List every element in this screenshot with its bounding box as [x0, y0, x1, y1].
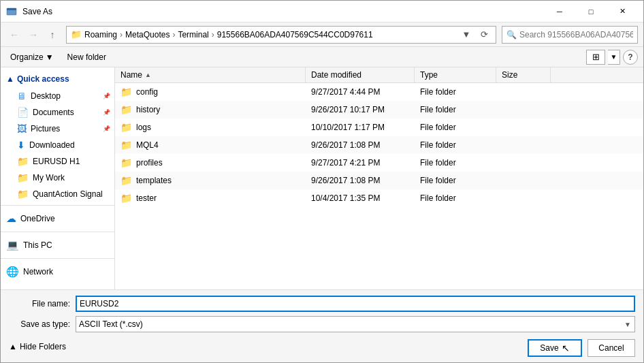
sidebar: ▲ Quick access 🖥Desktop📌📄Documents📌🖼Pict…: [1, 67, 115, 289]
file-name-cell: 📁logs: [115, 120, 306, 135]
address-dropdown-button[interactable]: ▼: [459, 27, 474, 42]
onedrive-label: OneDrive: [20, 214, 55, 223]
col-header-name[interactable]: Name ▲: [115, 67, 306, 82]
table-row[interactable]: 📁history9/26/2017 10:17 PMFile folder: [115, 101, 643, 119]
sidebar-item-quantaction-signal[interactable]: 📁QuantAction Signal: [1, 186, 114, 202]
organize-button[interactable]: Organize ▼: [6, 50, 58, 65]
folder-icon: 📁: [120, 86, 132, 97]
table-row[interactable]: 📁logs10/10/2017 1:17 PMFile folder: [115, 119, 643, 136]
col-header-size[interactable]: Size: [496, 67, 551, 82]
file-type-cell: File folder: [415, 174, 496, 187]
file-date-cell: 10/4/2017 1:35 PM: [306, 191, 415, 205]
folder-icon: 📁: [120, 140, 132, 151]
title-text: Save As: [22, 7, 544, 16]
col-header-type[interactable]: Type: [415, 67, 496, 82]
sidebar-item-label: Documents: [33, 108, 74, 117]
file-size-cell: [496, 90, 551, 94]
back-button[interactable]: ←: [6, 27, 22, 43]
folder-icon: 🖥: [17, 91, 27, 101]
address-bar[interactable]: 📁 Roaming › MetaQuotes › Terminal › 9155…: [66, 26, 496, 44]
table-row[interactable]: 📁profiles9/27/2017 4:21 PMFile folder: [115, 154, 643, 172]
sidebar-item-desktop[interactable]: 🖥Desktop📌: [1, 88, 114, 104]
sidebar-divider-1: [1, 205, 114, 206]
file-type-cell: File folder: [415, 156, 496, 170]
col-name-label: Name: [120, 70, 142, 80]
file-date-cell: 10/10/2017 1:17 PM: [306, 121, 415, 134]
refresh-button[interactable]: ⟳: [477, 27, 492, 42]
file-type-cell: File folder: [415, 191, 496, 205]
save-label: Save: [540, 343, 558, 353]
hide-folders-button[interactable]: ▲ Hide Folders: [9, 342, 66, 351]
help-button[interactable]: ?: [623, 50, 638, 65]
file-type-cell: File folder: [415, 121, 496, 134]
file-name-text: history: [136, 105, 160, 114]
action-buttons: Save ↖ Cancel: [528, 339, 635, 357]
organize-toolbar: Organize ▼ New folder ⊞ ▼ ?: [1, 47, 643, 67]
new-folder-button[interactable]: New folder: [63, 50, 110, 65]
hide-folders-label: Hide Folders: [20, 342, 66, 351]
quick-access-header[interactable]: ▲ Quick access: [1, 70, 114, 88]
file-size-cell: [496, 161, 551, 165]
view-dropdown-button[interactable]: ▼: [608, 50, 620, 65]
file-name-text: logs: [136, 123, 151, 132]
file-type-select[interactable]: ASCII Text (*.csv): [76, 316, 635, 332]
file-name-cell: 📁templates: [115, 173, 306, 188]
file-type-cell: File folder: [415, 138, 496, 152]
sidebar-item-downloaded[interactable]: ⬇Downloaded: [1, 137, 114, 153]
breadcrumb-roaming[interactable]: Roaming: [84, 30, 117, 40]
col-header-date[interactable]: Date modified: [306, 67, 415, 82]
breadcrumb-terminal[interactable]: Terminal: [178, 30, 208, 40]
forward-button[interactable]: →: [25, 27, 42, 43]
file-name-input[interactable]: [76, 296, 635, 312]
table-row[interactable]: 📁config9/27/2017 4:44 PMFile folder: [115, 83, 643, 101]
file-name-cell: 📁config: [115, 84, 306, 99]
file-date-cell: 9/26/2017 1:08 PM: [306, 138, 415, 152]
folder-icon: 📁: [120, 157, 132, 168]
sidebar-item-label: QuantAction Signal: [33, 189, 103, 199]
save-button[interactable]: Save ↖: [528, 339, 582, 357]
sidebar-item-eurusd-h1[interactable]: 📁EURUSD H1: [1, 153, 114, 170]
file-size-cell: [496, 125, 551, 129]
sidebar-item-documents[interactable]: 📄Documents📌: [1, 104, 114, 121]
main-area: ▲ Quick access 🖥Desktop📌📄Documents📌🖼Pict…: [1, 67, 643, 289]
sidebar-item-thispc[interactable]: 💻 This PC: [1, 235, 114, 255]
up-button[interactable]: ↑: [44, 27, 61, 43]
hide-folders-arrow-icon: ▲: [9, 342, 17, 351]
file-name-text: profiles: [136, 158, 163, 168]
view-button[interactable]: ⊞: [586, 50, 605, 65]
minimize-button[interactable]: ─: [544, 1, 575, 22]
breadcrumb-metaquotes[interactable]: MetaQuotes: [125, 30, 170, 40]
search-input[interactable]: [519, 30, 633, 40]
sidebar-item-network[interactable]: 🌐 Network: [1, 262, 114, 282]
maximize-button[interactable]: □: [575, 1, 607, 22]
folder-icon: 📁: [17, 172, 29, 183]
file-size-cell: [496, 196, 551, 200]
table-row[interactable]: 📁MQL49/26/2017 1:08 PMFile folder: [115, 136, 643, 154]
table-row[interactable]: 📁tester10/4/2017 1:35 PMFile folder: [115, 189, 643, 207]
file-name-cell: 📁profiles: [115, 155, 306, 170]
sidebar-item-pictures[interactable]: 🖼Pictures📌: [1, 121, 114, 137]
file-date-cell: 9/26/2017 10:17 PM: [306, 103, 415, 116]
file-date-cell: 9/27/2017 4:44 PM: [306, 85, 415, 99]
folder-icon: 📁: [120, 122, 132, 133]
sidebar-items-container: 🖥Desktop📌📄Documents📌🖼Pictures📌⬇Downloade…: [1, 88, 114, 202]
close-button[interactable]: ✕: [607, 1, 638, 22]
sidebar-item-my-work[interactable]: 📁My Work: [1, 170, 114, 186]
file-name-text: config: [136, 87, 158, 97]
file-size-cell: [496, 143, 551, 147]
cursor-visual: ↖: [562, 343, 570, 353]
cancel-button[interactable]: Cancel: [587, 339, 635, 357]
sidebar-item-label: My Work: [33, 173, 65, 183]
file-name-row: File name:: [9, 296, 635, 312]
save-as-type-label: Save as type:: [9, 319, 70, 329]
table-row[interactable]: 📁templates9/26/2017 1:08 PMFile folder: [115, 172, 643, 189]
sidebar-item-onedrive[interactable]: ☁ OneDrive: [1, 208, 114, 229]
file-list: Name ▲ Date modified Type Size 📁config9/…: [115, 67, 643, 289]
sidebar-item-label: Desktop: [31, 91, 61, 101]
file-size-cell: [496, 178, 551, 183]
folder-icon: 🖼: [17, 123, 27, 134]
sidebar-item-label: Pictures: [31, 124, 60, 133]
organize-label: Organize: [10, 52, 44, 62]
breadcrumb-id[interactable]: 915566BA06ADA407569C544CC0D97611: [217, 30, 373, 40]
bottom-bar: File name: Save as type: ASCII Text (*.c…: [1, 289, 643, 362]
